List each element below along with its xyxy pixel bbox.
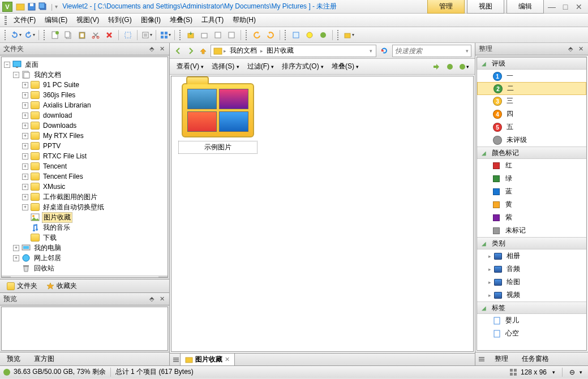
breadcrumb-pictures[interactable]: 图片收藏 [264,46,296,55]
tree-row[interactable]: + PPTV [2,141,168,151]
category-item[interactable]: ▸音频 [477,262,586,275]
category-item[interactable]: ▸绘图 [477,275,586,288]
close-button[interactable]: ✕ [573,2,585,11]
menu-image[interactable]: 图像(I) [136,14,165,26]
dropdown-icon[interactable]: ▾ [466,48,469,54]
refresh-button[interactable] [379,45,390,57]
search-box[interactable]: ▾ [392,45,471,57]
action2-button[interactable] [444,61,456,72]
horizontal-scrollbar[interactable]: ◄► [2,275,168,278]
select-button[interactable] [122,29,134,41]
forward-button[interactable] [186,46,196,56]
tree-row[interactable]: + 好桌道自动切换壁纸 [2,202,168,212]
grip[interactable] [337,30,340,40]
tool7[interactable] [317,29,329,41]
breadcrumb[interactable]: ▸ 我的文档 ▸ 图片收藏 ▾ [211,45,376,57]
sort-menu[interactable]: 排序方式(O) ▾ [280,61,326,72]
tree-toggle[interactable] [22,225,28,231]
close-icon[interactable]: ✕ [577,45,585,53]
rating-item[interactable]: 4四 [477,107,586,120]
tool5[interactable] [290,29,302,41]
tree-row[interactable]: + My RTX Files [2,131,168,141]
tree-row[interactable]: − 我的文档 [2,70,168,80]
organize-body[interactable]: ◢评级1一2二3三4四5五未评级◢颜色标记红绿蓝黄紫未标记◢类别▸相册▸音频▸绘… [477,57,587,351]
header-tab-view[interactable]: 视图 [467,0,504,14]
rating-item[interactable]: 3三 [477,94,586,107]
maximize-button[interactable]: □ [560,2,571,11]
org-section-header[interactable]: ◢颜色标记 [477,147,586,159]
color-item[interactable]: 紫 [477,211,586,224]
org-section-header[interactable]: ◢标签 [477,302,586,314]
header-tab-manage[interactable]: 管理 [427,0,465,14]
rating-none[interactable]: 未评级 [477,133,586,147]
overflow-icon[interactable]: ▾ [55,3,58,10]
tree-row[interactable]: + 91 PC Suite [2,80,168,90]
chevron-icon[interactable]: ▸ [259,48,264,54]
tag-item[interactable]: 心空 [477,327,586,340]
tree-row[interactable]: + 工作截图用的图片 [2,192,168,202]
export-button[interactable] [199,29,210,41]
header-tab-edit[interactable]: 编辑 [507,0,544,14]
folder-tree[interactable]: − 桌面 − 我的文档 + 91 PC Suite + 360js Files … [1,57,168,278]
zoom-dropdown[interactable]: ▾ [550,369,557,375]
tab-histogram[interactable]: 直方图 [27,352,61,365]
menu-file[interactable]: 文件(F) [9,14,40,26]
action3-button[interactable]: ▾ [458,61,469,72]
category-item[interactable]: ▸相册 [477,249,586,262]
tab-list-icon[interactable] [172,356,180,364]
menu-view[interactable]: 视图(V) [72,14,104,26]
close-tab-icon[interactable]: ✕ [225,356,230,363]
menu-edit[interactable]: 编辑(E) [40,14,72,26]
tag-item[interactable]: 婴儿 [477,314,586,327]
file-name-label[interactable]: 示例图片 [178,141,257,154]
open-icon[interactable] [16,2,25,11]
tree-toggle[interactable] [22,214,28,221]
tree-toggle[interactable]: + [22,133,28,139]
tree-toggle[interactable]: + [22,102,28,109]
tree-toggle[interactable]: + [22,204,28,210]
tree-toggle[interactable]: + [13,255,19,261]
tree-row[interactable]: + 我的电脑 [2,243,168,253]
grip[interactable] [5,30,7,40]
color-item[interactable]: 绿 [477,172,586,185]
rating-item[interactable]: 1一 [477,70,586,83]
tree-row[interactable]: + XMusic [2,182,168,192]
tree-row[interactable]: + Tencent Files [2,171,168,182]
zoom-out-button[interactable]: ⊖ [567,368,577,376]
menu-help[interactable]: 帮助(H) [228,14,260,26]
view-button[interactable]: ▾ [160,29,171,41]
color-item[interactable]: 黄 [477,198,586,211]
tree-toggle[interactable]: + [22,82,28,88]
action1-button[interactable] [431,61,442,72]
tree-toggle[interactable] [13,265,19,272]
close-icon[interactable]: ✕ [158,45,166,53]
tree-toggle[interactable]: + [22,92,28,98]
color-none[interactable]: 未标记 [477,224,586,237]
tree-row[interactable]: 图片收藏 [2,212,168,222]
tree-toggle[interactable]: + [13,245,19,251]
tree-row[interactable]: + Downloads [2,120,168,131]
btn4[interactable] [226,29,237,41]
redo-button[interactable]: ▾ [24,29,35,41]
back-button[interactable] [173,46,183,56]
pin-icon[interactable]: ⬘ [148,295,156,303]
rotate-right-button[interactable] [265,29,276,41]
close-icon[interactable]: ✕ [158,295,166,303]
menu-stack[interactable]: 堆叠(S) [165,14,197,26]
btn3[interactable] [212,29,224,41]
tree-toggle[interactable]: + [22,163,28,170]
tree-row[interactable]: + download [2,110,168,120]
properties-button[interactable]: ▾ [141,29,152,41]
grip[interactable] [285,30,287,40]
tree-toggle[interactable]: + [22,194,28,200]
grip[interactable] [246,30,248,40]
doc-tab[interactable]: 图片收藏 ✕ [180,353,235,366]
cut-button[interactable] [90,29,101,41]
menu-goto[interactable]: 转到(G) [104,14,136,26]
breadcrumb-mydocs[interactable]: 我的文档 [228,46,259,55]
grip[interactable] [5,16,7,25]
tree-toggle[interactable]: + [22,143,28,149]
expand-icon[interactable]: ▸ [488,279,494,285]
tree-row[interactable]: 下载 [2,232,168,243]
tree-row[interactable]: 回收站 [2,263,168,273]
